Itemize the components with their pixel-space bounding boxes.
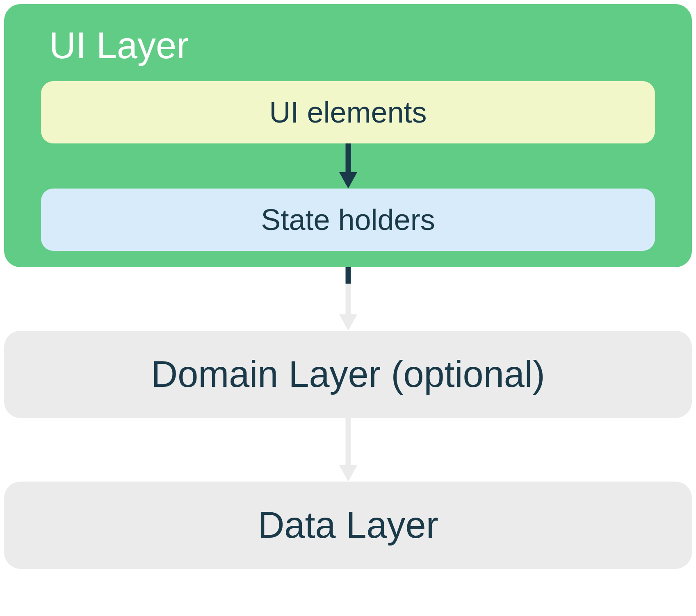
arrow-down-icon — [336, 143, 361, 189]
domain-layer-box: Domain Layer (optional) — [4, 331, 692, 418]
architecture-diagram: UI Layer UI elements State holders Domai… — [4, 4, 692, 569]
arrow-ui-to-state — [41, 143, 655, 189]
state-holders-box: State holders — [41, 189, 655, 251]
ui-layer-title: UI Layer — [49, 25, 655, 67]
svg-marker-4 — [339, 314, 357, 331]
arrow-domain-to-data — [336, 418, 361, 482]
ui-elements-box: UI elements — [41, 81, 655, 143]
domain-layer-label: Domain Layer (optional) — [151, 354, 545, 395]
ui-elements-label: UI elements — [269, 96, 427, 129]
data-layer-box: Data Layer — [4, 482, 692, 569]
svg-marker-6 — [339, 465, 357, 482]
arrow-ui-to-domain — [336, 267, 361, 331]
arrow-down-icon — [336, 267, 361, 331]
state-holders-label: State holders — [261, 203, 435, 236]
ui-layer-container: UI Layer UI elements State holders — [4, 4, 692, 267]
arrow-down-icon — [336, 418, 361, 482]
svg-marker-1 — [339, 172, 357, 189]
data-layer-label: Data Layer — [258, 505, 438, 546]
